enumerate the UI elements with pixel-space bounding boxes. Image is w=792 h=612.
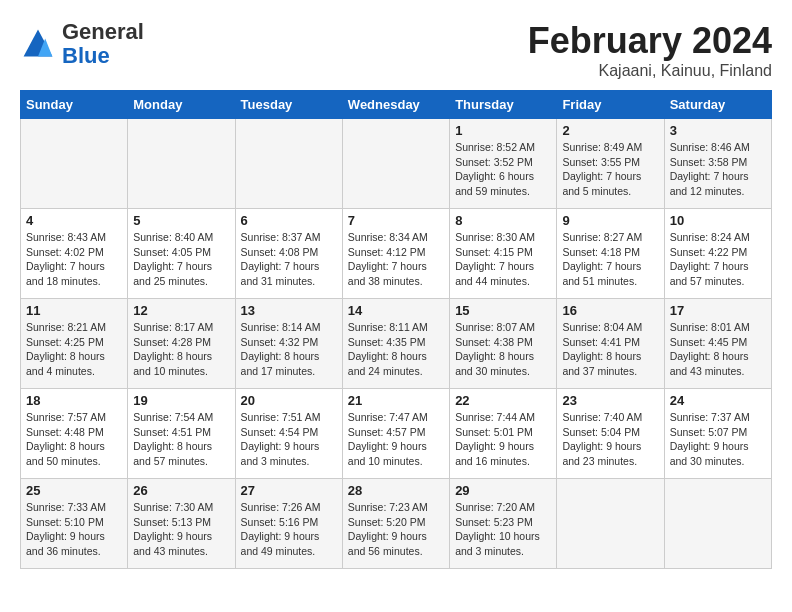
weekday-header: Monday (128, 91, 235, 119)
calendar-cell: 13Sunrise: 8:14 AMSunset: 4:32 PMDayligh… (235, 299, 342, 389)
day-info: Sunrise: 7:37 AMSunset: 5:07 PMDaylight:… (670, 410, 766, 469)
calendar-cell: 5Sunrise: 8:40 AMSunset: 4:05 PMDaylight… (128, 209, 235, 299)
day-info: Sunrise: 7:23 AMSunset: 5:20 PMDaylight:… (348, 500, 444, 559)
day-number: 14 (348, 303, 444, 318)
calendar-cell: 8Sunrise: 8:30 AMSunset: 4:15 PMDaylight… (450, 209, 557, 299)
day-number: 10 (670, 213, 766, 228)
calendar-cell (557, 479, 664, 569)
day-number: 23 (562, 393, 658, 408)
calendar-cell: 3Sunrise: 8:46 AMSunset: 3:58 PMDaylight… (664, 119, 771, 209)
calendar-cell: 2Sunrise: 8:49 AMSunset: 3:55 PMDaylight… (557, 119, 664, 209)
calendar-cell (342, 119, 449, 209)
calendar-cell: 12Sunrise: 8:17 AMSunset: 4:28 PMDayligh… (128, 299, 235, 389)
calendar-cell: 14Sunrise: 8:11 AMSunset: 4:35 PMDayligh… (342, 299, 449, 389)
day-info: Sunrise: 7:47 AMSunset: 4:57 PMDaylight:… (348, 410, 444, 469)
day-info: Sunrise: 8:21 AMSunset: 4:25 PMDaylight:… (26, 320, 122, 379)
day-number: 15 (455, 303, 551, 318)
day-number: 4 (26, 213, 122, 228)
calendar-cell: 25Sunrise: 7:33 AMSunset: 5:10 PMDayligh… (21, 479, 128, 569)
day-info: Sunrise: 8:37 AMSunset: 4:08 PMDaylight:… (241, 230, 337, 289)
day-number: 2 (562, 123, 658, 138)
page-header: General Blue February 2024 Kajaani, Kain… (20, 20, 772, 80)
day-info: Sunrise: 8:46 AMSunset: 3:58 PMDaylight:… (670, 140, 766, 199)
logo-blue: Blue (62, 43, 110, 68)
calendar-cell (128, 119, 235, 209)
day-info: Sunrise: 8:14 AMSunset: 4:32 PMDaylight:… (241, 320, 337, 379)
day-number: 21 (348, 393, 444, 408)
day-number: 26 (133, 483, 229, 498)
day-number: 27 (241, 483, 337, 498)
day-number: 11 (26, 303, 122, 318)
day-info: Sunrise: 7:33 AMSunset: 5:10 PMDaylight:… (26, 500, 122, 559)
calendar-table: SundayMondayTuesdayWednesdayThursdayFrid… (20, 90, 772, 569)
day-number: 19 (133, 393, 229, 408)
day-info: Sunrise: 7:40 AMSunset: 5:04 PMDaylight:… (562, 410, 658, 469)
day-number: 6 (241, 213, 337, 228)
day-number: 12 (133, 303, 229, 318)
day-info: Sunrise: 8:30 AMSunset: 4:15 PMDaylight:… (455, 230, 551, 289)
day-number: 16 (562, 303, 658, 318)
day-number: 1 (455, 123, 551, 138)
weekday-header: Thursday (450, 91, 557, 119)
day-info: Sunrise: 7:30 AMSunset: 5:13 PMDaylight:… (133, 500, 229, 559)
day-number: 24 (670, 393, 766, 408)
calendar-cell: 29Sunrise: 7:20 AMSunset: 5:23 PMDayligh… (450, 479, 557, 569)
title-area: February 2024 Kajaani, Kainuu, Finland (528, 20, 772, 80)
day-info: Sunrise: 8:49 AMSunset: 3:55 PMDaylight:… (562, 140, 658, 199)
day-info: Sunrise: 8:17 AMSunset: 4:28 PMDaylight:… (133, 320, 229, 379)
calendar-cell: 18Sunrise: 7:57 AMSunset: 4:48 PMDayligh… (21, 389, 128, 479)
day-info: Sunrise: 7:54 AMSunset: 4:51 PMDaylight:… (133, 410, 229, 469)
day-info: Sunrise: 7:20 AMSunset: 5:23 PMDaylight:… (455, 500, 551, 559)
calendar-cell: 22Sunrise: 7:44 AMSunset: 5:01 PMDayligh… (450, 389, 557, 479)
calendar-cell: 17Sunrise: 8:01 AMSunset: 4:45 PMDayligh… (664, 299, 771, 389)
day-number: 7 (348, 213, 444, 228)
calendar-week-row: 11Sunrise: 8:21 AMSunset: 4:25 PMDayligh… (21, 299, 772, 389)
day-number: 22 (455, 393, 551, 408)
page-title: February 2024 (528, 20, 772, 62)
day-number: 28 (348, 483, 444, 498)
calendar-cell: 9Sunrise: 8:27 AMSunset: 4:18 PMDaylight… (557, 209, 664, 299)
calendar-cell: 4Sunrise: 8:43 AMSunset: 4:02 PMDaylight… (21, 209, 128, 299)
weekday-header: Saturday (664, 91, 771, 119)
calendar-week-row: 25Sunrise: 7:33 AMSunset: 5:10 PMDayligh… (21, 479, 772, 569)
day-number: 20 (241, 393, 337, 408)
calendar-cell (235, 119, 342, 209)
calendar-cell: 27Sunrise: 7:26 AMSunset: 5:16 PMDayligh… (235, 479, 342, 569)
weekday-header: Tuesday (235, 91, 342, 119)
calendar-cell: 24Sunrise: 7:37 AMSunset: 5:07 PMDayligh… (664, 389, 771, 479)
day-number: 29 (455, 483, 551, 498)
day-number: 8 (455, 213, 551, 228)
day-info: Sunrise: 8:04 AMSunset: 4:41 PMDaylight:… (562, 320, 658, 379)
calendar-week-row: 1Sunrise: 8:52 AMSunset: 3:52 PMDaylight… (21, 119, 772, 209)
calendar-week-row: 18Sunrise: 7:57 AMSunset: 4:48 PMDayligh… (21, 389, 772, 479)
calendar-cell: 20Sunrise: 7:51 AMSunset: 4:54 PMDayligh… (235, 389, 342, 479)
day-number: 3 (670, 123, 766, 138)
calendar-cell: 10Sunrise: 8:24 AMSunset: 4:22 PMDayligh… (664, 209, 771, 299)
day-number: 17 (670, 303, 766, 318)
logo-icon (20, 26, 56, 62)
day-info: Sunrise: 8:27 AMSunset: 4:18 PMDaylight:… (562, 230, 658, 289)
day-number: 25 (26, 483, 122, 498)
day-info: Sunrise: 8:24 AMSunset: 4:22 PMDaylight:… (670, 230, 766, 289)
day-info: Sunrise: 7:51 AMSunset: 4:54 PMDaylight:… (241, 410, 337, 469)
day-info: Sunrise: 7:57 AMSunset: 4:48 PMDaylight:… (26, 410, 122, 469)
weekday-header: Sunday (21, 91, 128, 119)
day-info: Sunrise: 8:34 AMSunset: 4:12 PMDaylight:… (348, 230, 444, 289)
weekday-header-row: SundayMondayTuesdayWednesdayThursdayFrid… (21, 91, 772, 119)
day-info: Sunrise: 8:40 AMSunset: 4:05 PMDaylight:… (133, 230, 229, 289)
calendar-cell (21, 119, 128, 209)
day-info: Sunrise: 8:07 AMSunset: 4:38 PMDaylight:… (455, 320, 551, 379)
calendar-cell: 28Sunrise: 7:23 AMSunset: 5:20 PMDayligh… (342, 479, 449, 569)
logo-general: General (62, 19, 144, 44)
calendar-cell: 11Sunrise: 8:21 AMSunset: 4:25 PMDayligh… (21, 299, 128, 389)
calendar-week-row: 4Sunrise: 8:43 AMSunset: 4:02 PMDaylight… (21, 209, 772, 299)
day-info: Sunrise: 8:01 AMSunset: 4:45 PMDaylight:… (670, 320, 766, 379)
calendar-cell: 6Sunrise: 8:37 AMSunset: 4:08 PMDaylight… (235, 209, 342, 299)
calendar-cell: 16Sunrise: 8:04 AMSunset: 4:41 PMDayligh… (557, 299, 664, 389)
calendar-cell (664, 479, 771, 569)
day-info: Sunrise: 8:43 AMSunset: 4:02 PMDaylight:… (26, 230, 122, 289)
day-number: 9 (562, 213, 658, 228)
page-subtitle: Kajaani, Kainuu, Finland (528, 62, 772, 80)
day-number: 13 (241, 303, 337, 318)
calendar-cell: 1Sunrise: 8:52 AMSunset: 3:52 PMDaylight… (450, 119, 557, 209)
